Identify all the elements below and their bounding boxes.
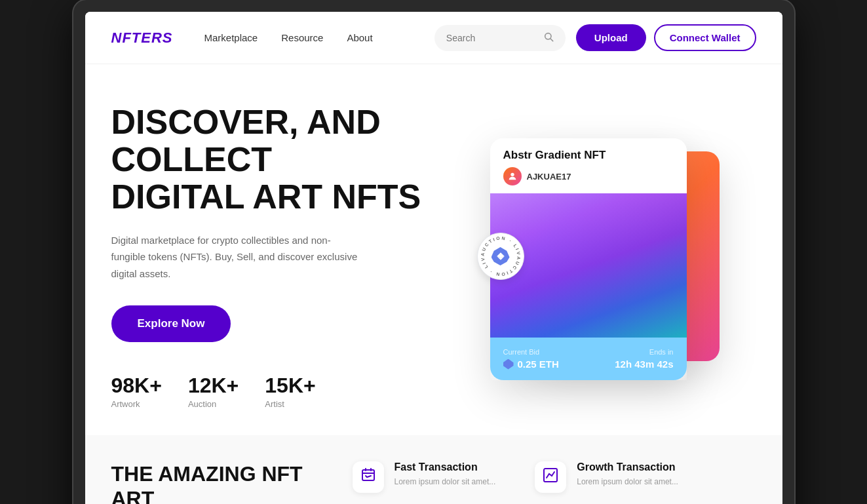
svg-rect-7 xyxy=(362,470,374,480)
connect-wallet-button[interactable]: Connect Wallet xyxy=(654,24,756,51)
laptop-wrapper: NFTERS Marketplace Resource About Upl xyxy=(73,0,794,504)
nav-item-resource[interactable]: Resource xyxy=(281,32,323,43)
fast-transaction-icon xyxy=(360,467,376,487)
laptop-screen-border: NFTERS Marketplace Resource About Upl xyxy=(73,0,794,504)
fast-transaction-title: Fast Transaction xyxy=(395,461,496,473)
search-icon xyxy=(543,31,554,45)
hero-section: DISCOVER, AND COLLECT DIGITAL ART NFTS D… xyxy=(85,64,782,435)
creator-name: AJKUAE17 xyxy=(527,172,571,182)
bottom-features: Fast Transaction Lorem ipsum dolor sit a… xyxy=(353,461,756,493)
bottom-title: THE AMAZING NFT ART OF THE WORLD... xyxy=(111,461,313,504)
nft-creator: AJKUAE17 xyxy=(503,167,674,185)
hero-stats: 98K+ Artwork 12K+ Auction 15K+ Artist xyxy=(111,374,434,409)
bid-section: Current Bid 0.25 ETH xyxy=(503,348,559,370)
ends-section: Ends in 12h 43m 42s xyxy=(615,348,673,370)
nft-card-info-bar: Current Bid 0.25 ETH Ends in 12h 43m 42s xyxy=(490,338,687,380)
creator-avatar xyxy=(503,167,522,185)
stat-artist-label: Artist xyxy=(265,399,315,409)
growth-transaction-text: Growth Transaction Lorem ipsum dolor sit… xyxy=(577,461,678,488)
fast-transaction-text: Fast Transaction Lorem ipsum dolor sit a… xyxy=(395,461,496,488)
svg-point-2 xyxy=(511,173,514,176)
stat-artwork: 98K+ Artwork xyxy=(111,374,162,409)
stat-artwork-number: 98K+ xyxy=(111,374,162,398)
logo[interactable]: NFTERS xyxy=(111,29,173,47)
hero-right: Abstr Gradient NFT AJKUAE17 xyxy=(434,132,756,381)
growth-transaction-title: Growth Transaction xyxy=(577,461,678,473)
hero-description: Digital marketplace for crypto collectib… xyxy=(111,232,360,282)
bottom-left: THE AMAZING NFT ART OF THE WORLD... xyxy=(111,461,313,504)
fast-transaction-icon-box xyxy=(353,461,384,493)
stat-auction-label: Auction xyxy=(188,399,239,409)
ends-time: 12h 43m 42s xyxy=(615,359,673,370)
upload-button[interactable]: Upload xyxy=(576,24,646,51)
nav-links: Marketplace Resource About xyxy=(204,32,373,44)
nft-card-stack: Abstr Gradient NFT AJKUAE17 xyxy=(490,138,700,374)
eth-icon xyxy=(503,359,514,370)
nft-card-header: Abstr Gradient NFT AJKUAE17 xyxy=(490,138,687,193)
growth-transaction-icon-box xyxy=(535,461,566,493)
auction-circle: AUCTION · LIVE AUCTION · LIVE xyxy=(477,233,524,280)
search-bar xyxy=(434,25,566,51)
stat-artwork-label: Artwork xyxy=(111,399,162,409)
feature-fast-transaction: Fast Transaction Lorem ipsum dolor sit a… xyxy=(353,461,496,493)
current-bid-label: Current Bid xyxy=(503,348,559,356)
nft-card-title: Abstr Gradient NFT xyxy=(503,149,674,162)
navbar: NFTERS Marketplace Resource About Upl xyxy=(85,12,782,64)
explore-now-button[interactable]: Explore Now xyxy=(111,305,231,342)
nav-item-about[interactable]: About xyxy=(347,32,372,43)
feature-growth-transaction: Growth Transaction Lorem ipsum dolor sit… xyxy=(535,461,678,493)
svg-line-1 xyxy=(550,39,553,41)
hero-title: DISCOVER, AND COLLECT DIGITAL ART NFTS xyxy=(111,104,434,216)
growth-transaction-icon xyxy=(543,467,558,487)
search-input[interactable] xyxy=(446,33,538,43)
bid-value: 0.25 ETH xyxy=(503,359,559,370)
stat-auction-number: 12K+ xyxy=(188,374,239,398)
nav-item-marketplace[interactable]: Marketplace xyxy=(204,32,258,43)
bottom-section: THE AMAZING NFT ART OF THE WORLD... xyxy=(85,435,782,504)
stat-artist-number: 15K+ xyxy=(265,374,315,398)
stat-auction: 12K+ Auction xyxy=(188,374,239,409)
hero-left: DISCOVER, AND COLLECT DIGITAL ART NFTS D… xyxy=(111,104,434,409)
ends-in-label: Ends in xyxy=(615,348,673,356)
stat-artist: 15K+ Artist xyxy=(265,374,315,409)
growth-transaction-desc: Lorem ipsum dolor sit amet... xyxy=(577,476,678,488)
fast-transaction-desc: Lorem ipsum dolor sit amet... xyxy=(395,476,496,488)
screen: NFTERS Marketplace Resource About Upl xyxy=(85,12,782,504)
auction-badge: AUCTION · LIVE AUCTION · LIVE xyxy=(477,233,524,280)
